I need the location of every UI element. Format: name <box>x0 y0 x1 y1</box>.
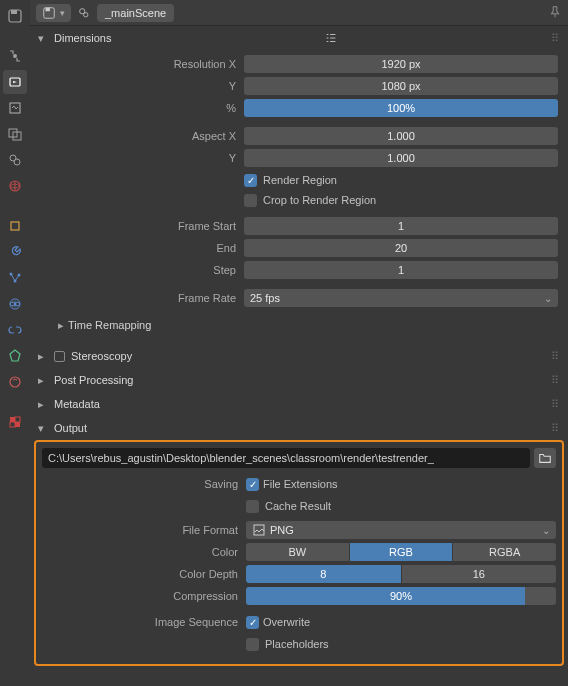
panel-drag-icon[interactable]: ⠿ <box>551 374 560 387</box>
compression-slider[interactable]: 90% <box>246 587 556 605</box>
output-path-field[interactable]: C:\Users\rebus_agustin\Desktop\blender_s… <box>42 448 530 468</box>
mesh-icon[interactable] <box>3 344 27 368</box>
browse-folder-button[interactable] <box>534 448 556 468</box>
aspect-y-label: Y <box>40 152 240 164</box>
svg-point-15 <box>14 303 17 306</box>
particles-icon[interactable] <box>3 266 27 290</box>
dimensions-header[interactable]: ▾ Dimensions ⠿ <box>30 26 568 50</box>
save-dropdown-icon[interactable] <box>3 4 27 28</box>
texture-icon[interactable] <box>3 410 27 434</box>
stereoscopy-title: Stereoscopy <box>71 350 132 362</box>
res-y-field[interactable]: 1080 px <box>244 77 558 95</box>
expand-arrow-icon: ▸ <box>38 398 48 411</box>
pin-icon[interactable] <box>548 5 562 21</box>
svg-rect-1 <box>11 10 17 14</box>
svg-point-17 <box>10 377 20 387</box>
output-icon[interactable] <box>3 96 27 120</box>
output-panel-body: C:\Users\rebus_agustin\Desktop\blender_s… <box>34 440 564 666</box>
constraint-icon[interactable] <box>3 318 27 342</box>
color-rgb-button[interactable]: RGB <box>350 543 453 561</box>
file-format-label: File Format <box>42 524 242 536</box>
expand-arrow-icon: ▸ <box>38 350 48 363</box>
preset-list-icon[interactable] <box>323 30 339 46</box>
color-bw-button[interactable]: BW <box>246 543 349 561</box>
left-toolbar <box>0 0 30 686</box>
crop-region-checkbox[interactable] <box>244 194 257 207</box>
placeholders-label: Placeholders <box>265 638 329 650</box>
render-region-checkbox[interactable]: ✓ <box>244 174 257 187</box>
object-icon[interactable] <box>3 214 27 238</box>
placeholders-checkbox[interactable] <box>246 638 259 651</box>
aspect-x-field[interactable]: 1.000 <box>244 127 558 145</box>
cache-result-label: Cache Result <box>265 500 331 512</box>
stereoscopy-header[interactable]: ▸ Stereoscopy ⠿ <box>30 344 568 368</box>
tool-icon[interactable] <box>3 44 27 68</box>
material-icon[interactable] <box>3 370 27 394</box>
collapse-arrow-icon: ▾ <box>38 32 48 45</box>
panel-drag-icon[interactable]: ⠿ <box>551 422 560 435</box>
output-header[interactable]: ▾ Output ⠿ <box>30 416 568 440</box>
expand-arrow-icon: ▸ <box>38 374 48 387</box>
svg-rect-19 <box>15 422 20 427</box>
frame-step-field[interactable]: 1 <box>244 261 558 279</box>
crop-region-label: Crop to Render Region <box>263 194 376 206</box>
aspect-x-label: Aspect X <box>40 130 240 142</box>
world-icon[interactable] <box>3 174 27 198</box>
render-icon[interactable] <box>3 70 27 94</box>
res-pct-label: % <box>40 102 240 114</box>
panel-drag-icon[interactable]: ⠿ <box>551 32 560 45</box>
depth-8-button[interactable]: 8 <box>246 565 401 583</box>
image-icon <box>252 523 266 537</box>
dimensions-panel: ▾ Dimensions ⠿ Resolution X 1920 px Y 10… <box>30 26 568 344</box>
chevron-down-icon: ⌄ <box>544 293 552 304</box>
panel-header: ▾ _mainScene <box>30 0 568 26</box>
svg-rect-18 <box>10 417 15 422</box>
folder-icon <box>538 451 552 465</box>
modifier-icon[interactable] <box>3 240 27 264</box>
frame-start-label: Frame Start <box>40 220 240 232</box>
scene-name-field[interactable]: _mainScene <box>97 4 174 22</box>
frame-rate-dropdown[interactable]: 25 fps ⌄ <box>244 289 558 307</box>
file-extensions-checkbox[interactable]: ✓ <box>246 478 259 491</box>
post-processing-title: Post Processing <box>54 374 133 386</box>
output-title: Output <box>54 422 87 434</box>
metadata-title: Metadata <box>54 398 100 410</box>
color-mode-group: BW RGB RGBA <box>246 543 556 561</box>
editor-type-selector[interactable]: ▾ <box>36 4 71 22</box>
frame-step-label: Step <box>40 264 240 276</box>
overwrite-checkbox[interactable]: ✓ <box>246 616 259 629</box>
frame-rate-label: Frame Rate <box>40 292 240 304</box>
image-sequence-label: Image Sequence <box>42 616 242 628</box>
svg-rect-23 <box>46 7 50 11</box>
svg-point-8 <box>14 159 20 165</box>
frame-start-field[interactable]: 1 <box>244 217 558 235</box>
render-region-label: Render Region <box>263 174 337 186</box>
post-processing-header[interactable]: ▸ Post Processing ⠿ <box>30 368 568 392</box>
depth-16-button[interactable]: 16 <box>402 565 557 583</box>
panel-drag-icon[interactable]: ⠿ <box>551 398 560 411</box>
physics-icon[interactable] <box>3 292 27 316</box>
svg-point-2 <box>13 54 17 58</box>
scene-icon[interactable] <box>3 148 27 172</box>
time-remapping-label: Time Remapping <box>68 319 151 331</box>
viewlayer-icon[interactable] <box>3 122 27 146</box>
aspect-y-field[interactable]: 1.000 <box>244 149 558 167</box>
res-y-label: Y <box>40 80 240 92</box>
panel-drag-icon[interactable]: ⠿ <box>551 350 560 363</box>
frame-end-field[interactable]: 20 <box>244 239 558 257</box>
time-remapping-header[interactable]: ▸ Time Remapping <box>40 314 558 336</box>
svg-rect-21 <box>10 422 15 427</box>
color-label: Color <box>42 546 242 558</box>
file-extensions-label: File Extensions <box>263 478 338 490</box>
svg-rect-10 <box>11 222 19 230</box>
metadata-header[interactable]: ▸ Metadata ⠿ <box>30 392 568 416</box>
stereoscopy-enable-checkbox[interactable] <box>54 351 65 362</box>
overwrite-label: Overwrite <box>263 616 310 628</box>
file-format-dropdown[interactable]: PNG ⌄ <box>246 521 556 539</box>
color-rgba-button[interactable]: RGBA <box>453 543 556 561</box>
res-pct-slider[interactable]: 100% <box>244 99 558 117</box>
cache-result-checkbox[interactable] <box>246 500 259 513</box>
res-x-field[interactable]: 1920 px <box>244 55 558 73</box>
svg-rect-20 <box>15 417 20 422</box>
svg-point-25 <box>84 12 88 16</box>
